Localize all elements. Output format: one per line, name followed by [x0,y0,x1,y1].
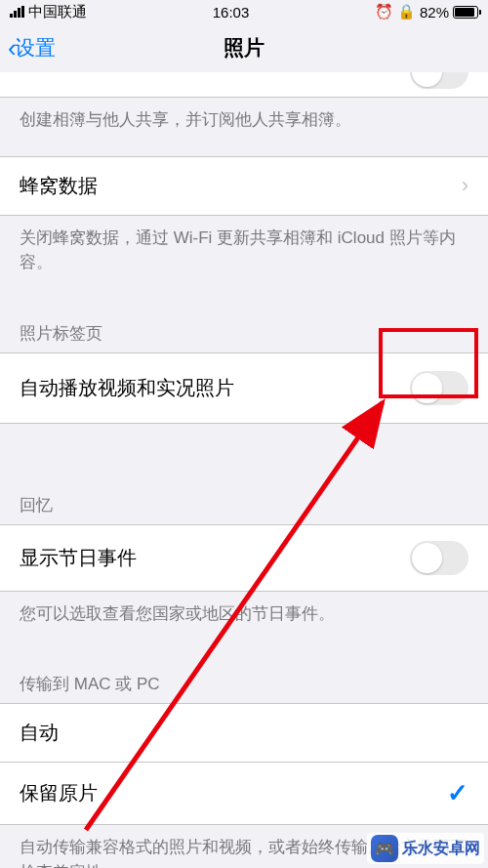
page-title: 照片 [224,34,264,62]
autoplay-toggle[interactable] [410,371,468,405]
transfer-keep-label: 保留原片 [20,780,98,806]
autoplay-label: 自动播放视频和实况照片 [20,375,234,401]
holiday-footer: 您可以选取查看您国家或地区的节日事件。 [0,592,488,650]
back-button[interactable]: ‹ 设置 [8,33,56,63]
watermark-text: 乐水安卓网 [402,839,480,859]
partial-toggle[interactable] [410,72,468,89]
battery-percent: 82% [420,4,449,21]
status-left: 中国联通 [10,3,87,21]
watermark-icon: 🎮 [371,835,398,862]
transfer-keep-row[interactable]: 保留原片 ✓ [0,762,488,825]
memories-header: 回忆 [0,471,488,524]
orientation-lock-icon: 🔒 [397,3,416,21]
checkmark-icon: ✓ [447,778,468,808]
watermark: 🎮 乐水安卓网 [367,833,484,864]
holiday-label: 显示节日事件 [20,545,137,571]
chevron-right-icon: › [462,173,468,198]
signal-bars-icon [10,6,24,18]
battery-icon [453,6,478,19]
status-right: ⏰ 🔒 82% [375,3,478,21]
transfer-header: 传输到 MAC 或 PC [0,649,488,703]
status-bar: 中国联通 16:03 ⏰ 🔒 82% [0,0,488,23]
carrier-label: 中国联通 [28,3,87,21]
cellular-footer: 关闭蜂窝数据，通过 Wi-Fi 更新共享相簿和 iCloud 照片等内容。 [0,216,488,299]
navigation-bar: ‹ 设置 照片 [0,23,488,72]
autoplay-row: 自动播放视频和实况照片 [0,352,488,424]
cellular-row[interactable]: 蜂窝数据 › [0,156,488,216]
alarm-icon: ⏰ [375,3,393,21]
photo-tabs-header: 照片标签页 [0,299,488,352]
transfer-auto-label: 自动 [20,720,59,746]
status-time: 16:03 [213,4,250,21]
transfer-auto-row[interactable]: 自动 [0,703,488,762]
cellular-label: 蜂窝数据 [20,173,98,199]
shared-albums-footer: 创建相簿与他人共享，并订阅他人共享相簿。 [0,98,488,156]
partial-row [0,72,488,98]
back-label: 设置 [15,34,56,62]
holiday-toggle[interactable] [410,541,468,575]
holiday-row: 显示节日事件 [0,524,488,592]
